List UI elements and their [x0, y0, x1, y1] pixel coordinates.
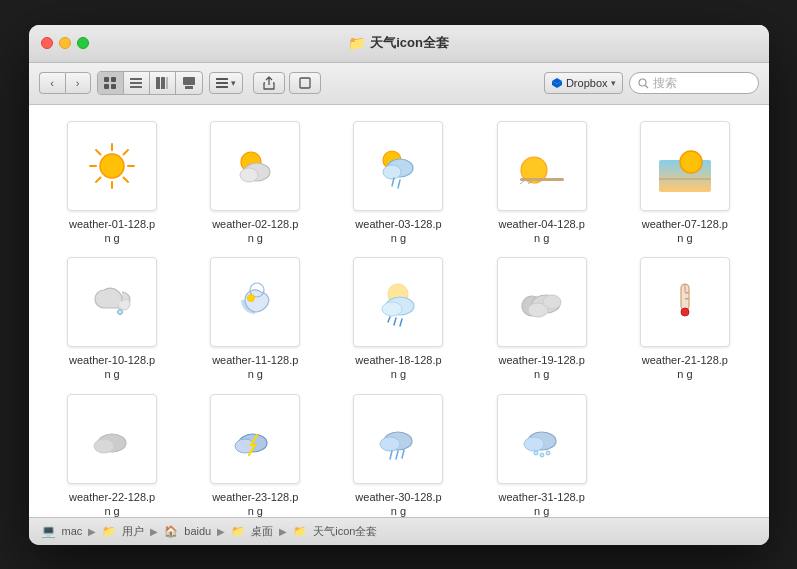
dropbox-button[interactable]: Dropbox ▾ — [544, 72, 623, 94]
file-thumb-4 — [640, 121, 730, 211]
file-item-2[interactable]: weather-03-128.pn g — [331, 121, 466, 246]
file-item-12[interactable]: weather-30-128.pn g — [331, 394, 466, 517]
svg-line-37 — [398, 180, 400, 188]
file-thumb-11 — [210, 394, 300, 484]
file-thumb-6 — [210, 257, 300, 347]
back-button[interactable]: ‹ — [39, 72, 65, 94]
svg-point-45 — [118, 310, 123, 315]
view-buttons — [97, 71, 203, 95]
svg-rect-5 — [130, 82, 142, 84]
breadcrumb-baidu: baidu — [184, 525, 211, 537]
svg-rect-6 — [130, 86, 142, 88]
share-icon — [262, 76, 276, 90]
column-icon — [155, 76, 169, 90]
icon-grid: weather-01-128.pn g weather-02-128.pn g … — [45, 121, 753, 517]
forward-button[interactable]: › — [65, 72, 91, 94]
file-label-1: weather-02-128.pn g — [210, 217, 300, 246]
close-button[interactable] — [41, 37, 53, 49]
svg-line-67 — [396, 451, 398, 459]
file-thumb-3 — [497, 121, 587, 211]
svg-line-40 — [520, 181, 524, 184]
svg-point-70 — [524, 437, 544, 451]
file-item-1[interactable]: weather-02-128.pn g — [188, 121, 323, 246]
svg-point-43 — [680, 151, 702, 173]
view-icon-button[interactable] — [98, 72, 124, 94]
file-thumb-13 — [497, 394, 587, 484]
file-label-7: weather-18-128.pn g — [353, 353, 443, 382]
share-button[interactable] — [253, 72, 285, 94]
file-label-13: weather-31-128.pn g — [497, 490, 587, 517]
nav-buttons: ‹ › — [39, 72, 91, 94]
svg-rect-10 — [183, 77, 195, 85]
file-thumb-1 — [210, 121, 300, 211]
svg-point-54 — [543, 295, 561, 309]
breadcrumb-sep-4: ▶ — [279, 526, 287, 537]
file-label-3: weather-04-128.pn g — [497, 217, 587, 246]
view-list-button[interactable] — [124, 72, 150, 94]
file-label-10: weather-22-128.pn g — [67, 490, 157, 517]
file-item-9[interactable]: weather-21-128.pn g — [617, 257, 752, 382]
file-thumb-2 — [353, 121, 443, 211]
maximize-button[interactable] — [77, 37, 89, 49]
svg-point-21 — [100, 154, 124, 178]
file-label-11: weather-23-128.pn g — [210, 490, 300, 517]
fullscreen-button[interactable] — [289, 72, 321, 94]
file-label-4: weather-07-128.pn g — [640, 217, 730, 246]
search-box[interactable]: 搜索 — [629, 72, 759, 94]
breadcrumb-sep-1: ▶ — [88, 526, 96, 537]
svg-point-56 — [681, 308, 689, 316]
finder-window: 📁 天气icon全套 ‹ › — [29, 25, 769, 545]
view-column-button[interactable] — [150, 72, 176, 94]
file-item-10[interactable]: weather-22-128.pn g — [45, 394, 180, 517]
titlebar: 📁 天气icon全套 — [29, 25, 769, 63]
svg-rect-2 — [104, 84, 109, 89]
svg-rect-4 — [130, 78, 142, 80]
file-item-4[interactable]: weather-07-128.pn g — [617, 121, 752, 246]
toolbar: ‹ › — [29, 63, 769, 105]
svg-point-35 — [383, 165, 401, 179]
file-thumb-9 — [640, 257, 730, 347]
file-thumb-0 — [67, 121, 157, 211]
fullscreen-icon — [298, 76, 312, 90]
view-cover-button[interactable] — [176, 72, 202, 94]
file-thumb-10 — [67, 394, 157, 484]
dropbox-dropdown-icon: ▾ — [611, 78, 616, 88]
file-thumb-5 — [67, 257, 157, 347]
file-item-3[interactable]: weather-04-128.pn g — [474, 121, 609, 246]
breadcrumb-folder-icon-2: 📁 — [231, 525, 245, 538]
file-label-6: weather-11-128.pn g — [210, 353, 300, 382]
file-thumb-12 — [353, 394, 443, 484]
search-icon — [638, 78, 649, 89]
file-label-2: weather-03-128.pn g — [353, 217, 443, 246]
svg-rect-8 — [161, 77, 165, 89]
svg-rect-9 — [166, 77, 168, 89]
file-item-7[interactable]: weather-18-128.pn g — [331, 257, 466, 382]
svg-rect-13 — [216, 82, 228, 84]
file-content: weather-01-128.pn g weather-02-128.pn g … — [29, 105, 769, 517]
svg-point-72 — [540, 453, 544, 457]
breadcrumb-computer-icon: 💻 — [41, 524, 56, 538]
file-item-6[interactable]: weather-11-128.pn g — [188, 257, 323, 382]
svg-point-50 — [382, 302, 402, 316]
svg-point-19 — [639, 79, 646, 86]
file-item-8[interactable]: weather-19-128.pn g — [474, 257, 609, 382]
file-label-5: weather-10-128.pn g — [67, 353, 157, 382]
file-item-11[interactable]: weather-23-128.pn g — [188, 394, 323, 517]
breadcrumb-folder-icon-3: 📁 — [293, 525, 307, 538]
title-folder-icon: 📁 — [348, 35, 365, 51]
svg-point-61 — [94, 439, 114, 453]
file-item-5[interactable]: weather-10-128.pn g — [45, 257, 180, 382]
svg-rect-59 — [685, 298, 689, 300]
svg-rect-12 — [216, 78, 228, 80]
svg-line-28 — [124, 150, 129, 155]
svg-rect-11 — [185, 86, 193, 89]
file-item-0[interactable]: weather-01-128.pn g — [45, 121, 180, 246]
dropbox-label: Dropbox — [566, 77, 608, 89]
window-title: 📁 天气icon全套 — [348, 34, 449, 52]
minimize-button[interactable] — [59, 37, 71, 49]
dropbox-icon — [551, 77, 563, 89]
breadcrumb-folder-icon-1: 📁 — [102, 525, 116, 538]
arrange-button[interactable]: ▾ — [209, 72, 243, 94]
breadcrumb-current: 天气icon全套 — [313, 524, 377, 539]
file-item-13[interactable]: weather-31-128.pn g — [474, 394, 609, 517]
